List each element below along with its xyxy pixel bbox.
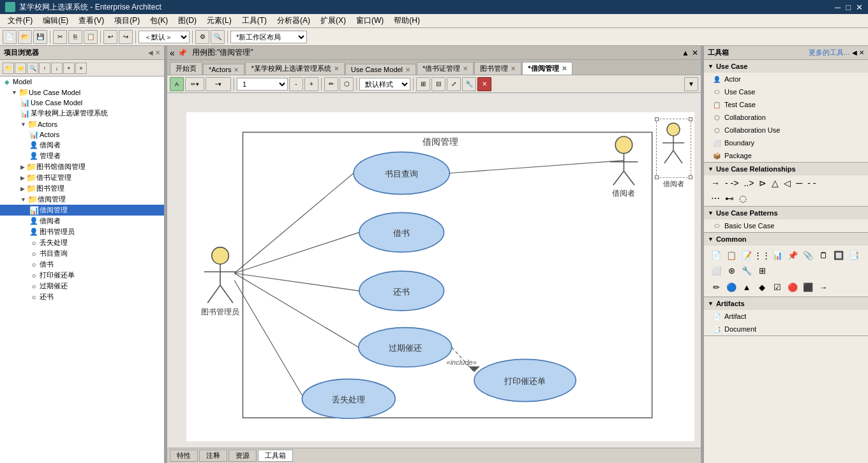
tab-close-btn[interactable]: ✕ — [463, 65, 468, 72]
menu-item-v[interactable]: 查看(V) — [73, 14, 109, 27]
new-btn[interactable]: 📄 — [3, 30, 17, 44]
common-icon-2[interactable]: 📝 — [740, 248, 754, 262]
diagram-tab[interactable]: *借阅管理✕ — [522, 62, 572, 75]
bottom-tab-注释[interactable]: 注释 — [199, 450, 227, 462]
diagram-tab[interactable]: *借书证管理✕ — [417, 62, 474, 75]
bt7[interactable]: × — [75, 62, 87, 74]
dt7[interactable]: ⊟ — [431, 77, 445, 91]
tree-item[interactable]: ◆Model — [0, 77, 164, 87]
diagram-canvas[interactable]: 借阅管理 图书管理员 书目查询 — [167, 93, 701, 448]
bt3[interactable]: 🔍 — [27, 62, 38, 74]
tree-item[interactable]: ○打印催还单 — [0, 270, 164, 281]
tree-item[interactable]: ▶📁借书证管理 — [0, 172, 164, 183]
common-icon-1[interactable]: 📋 — [724, 248, 738, 262]
common-icon-8[interactable]: 🔲 — [832, 248, 846, 262]
common-icon2-4[interactable]: ☑ — [770, 280, 784, 294]
common-icon-11[interactable]: ⊛ — [724, 263, 738, 277]
rel-icon2-1[interactable]: ⊷ — [723, 192, 736, 205]
tree-item[interactable]: ○还书 — [0, 291, 164, 302]
rel-icon2-2[interactable]: ◌ — [737, 192, 749, 205]
rel-icon-5[interactable]: ◁ — [782, 177, 793, 189]
undo-btn[interactable]: ↩ — [103, 30, 117, 44]
tree-item[interactable]: ▶📁图书馆借阅管理 — [0, 161, 164, 172]
common-icon-10[interactable]: ⬜ — [709, 263, 723, 277]
toolbox-item-boundary[interactable]: ⬜Boundary — [704, 136, 868, 149]
nav-back[interactable]: « — [170, 48, 175, 58]
rel-icon-4[interactable]: △ — [770, 177, 781, 189]
bt6[interactable]: + — [63, 62, 75, 74]
dt5[interactable]: ⬡ — [340, 77, 354, 91]
tree-item[interactable]: 📊Actors — [0, 129, 164, 140]
redo-btn[interactable]: ↪ — [119, 30, 133, 44]
menu-item-l[interactable]: 元素(L) — [202, 14, 237, 27]
prop-btn[interactable]: ⚙ — [195, 30, 209, 44]
zoom-select[interactable]: 1 — [237, 78, 288, 91]
toolbox-item-document[interactable]: 📑Document — [704, 323, 868, 335]
menu-item-d[interactable]: 图(D) — [173, 14, 202, 27]
tree-item[interactable]: ▶📁图书管理 — [0, 183, 164, 194]
copy-btn[interactable]: ⎘ — [68, 30, 82, 44]
save-btn[interactable]: 💾 — [33, 30, 47, 44]
menu-item-h[interactable]: 帮助(H) — [389, 14, 425, 27]
rel-icon-3[interactable]: ⊳ — [757, 177, 768, 189]
menu-item-p[interactable]: 项目(P) — [109, 14, 145, 27]
common-icon-3[interactable]: ⋮⋮ — [755, 248, 769, 262]
toolbox-section-header[interactable]: Common — [704, 233, 868, 246]
tab-close-btn[interactable]: ✕ — [405, 66, 410, 73]
tree-item[interactable]: ○书目查询 — [0, 248, 164, 259]
diagram-tab[interactable]: *某学校网上选课管理系统✕ — [245, 62, 344, 75]
tab-close-btn[interactable]: ✕ — [562, 65, 567, 72]
tree-item[interactable]: ○借书 — [0, 259, 164, 270]
diagram-tab[interactable]: 图书管理✕ — [474, 62, 521, 75]
bt1[interactable]: 📁 — [3, 62, 14, 74]
tab-close-btn[interactable]: ✕ — [511, 65, 516, 72]
zoom-in[interactable]: + — [304, 77, 318, 91]
rel-icon-2[interactable]: ..> — [742, 177, 756, 189]
bt2[interactable]: ⭐ — [15, 62, 26, 74]
common-icon-9[interactable]: 📑 — [847, 248, 861, 262]
toolbox-more-btn[interactable]: 更多的工具... — [809, 48, 849, 57]
dt2[interactable]: ✏▾ — [185, 77, 204, 91]
toolbox-close[interactable]: ◀ ✕ — [852, 49, 864, 56]
menu-item-k[interactable]: 包(K) — [145, 14, 173, 27]
bt5[interactable]: ↓ — [51, 62, 63, 74]
nav-pin[interactable]: 📌 — [177, 48, 187, 57]
common-icon2-7[interactable]: → — [816, 280, 830, 294]
menu-item-x[interactable]: 扩展(X) — [315, 14, 351, 27]
diagram-tab[interactable]: 开始页 — [170, 62, 202, 75]
style-select[interactable]: 默认样式 — [359, 78, 410, 91]
menu-item-w[interactable]: 窗口(W) — [351, 14, 389, 27]
rel-icon-6[interactable]: ─ — [794, 177, 804, 189]
diagram-tab[interactable]: Use Case Model✕ — [345, 64, 416, 75]
dt8[interactable]: ⤢ — [447, 77, 461, 91]
bt4[interactable]: ↑ — [39, 62, 50, 74]
tree-item[interactable]: 📊Use Case Model — [0, 98, 164, 108]
open-btn[interactable]: 📂 — [18, 30, 32, 44]
common-icon-7[interactable]: 🗒 — [816, 248, 830, 262]
rel-icon2-0[interactable]: ⋯ — [709, 192, 722, 205]
tree-item[interactable]: ▼📁Use Case Model — [0, 87, 164, 98]
tree-item[interactable]: ○过期催还 — [0, 281, 164, 291]
nav-close[interactable]: ✕ — [692, 48, 698, 57]
bottom-tab-工具箱[interactable]: 工具箱 — [258, 450, 293, 462]
toolbox-item-collaboration-use[interactable]: ⬡Collaboration Use — [704, 124, 868, 136]
close-btn[interactable]: ✕ — [856, 3, 863, 12]
common-icon-12[interactable]: 🔧 — [740, 263, 754, 277]
toolbox-item-artifact[interactable]: 📄Artifact — [704, 310, 868, 323]
minimize-btn[interactable]: ─ — [835, 3, 841, 12]
dt4[interactable]: ✏ — [324, 77, 338, 91]
toolbox-item-basic-use-case[interactable]: ⬭Basic Use Case — [704, 219, 868, 232]
dt10[interactable]: ✕ — [477, 77, 491, 91]
tree-item[interactable]: 👤图书管理员 — [0, 226, 164, 237]
tree-item[interactable]: 📊借阅管理 — [0, 205, 164, 216]
toolbox-item-actor[interactable]: 👤Actor — [704, 73, 868, 85]
common-icon-6[interactable]: 📎 — [801, 248, 815, 262]
zoom-out[interactable]: - — [289, 77, 303, 91]
rel-icon-0[interactable]: → — [709, 177, 722, 189]
common-icon2-3[interactable]: ◆ — [755, 280, 769, 294]
menu-item-a[interactable]: 分析器(A) — [272, 14, 315, 27]
dt6[interactable]: ⊞ — [416, 77, 430, 91]
toolbox-item-test-case[interactable]: 📋Test Case — [704, 98, 868, 111]
common-icon2-1[interactable]: 🔵 — [724, 280, 738, 294]
bottom-tab-资源[interactable]: 资源 — [228, 450, 257, 462]
